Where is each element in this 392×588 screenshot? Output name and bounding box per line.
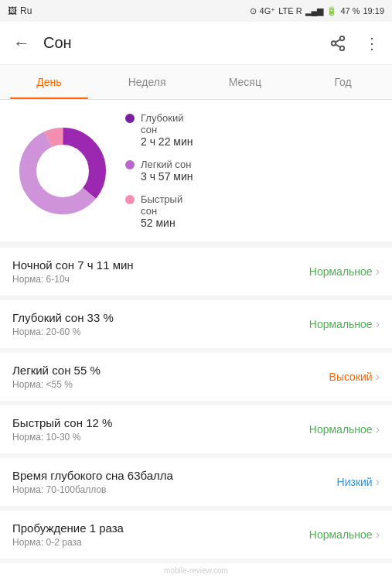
stats-list: Ночной сон 7 ч 11 мин Норма: 6-10ч Норма… <box>0 248 392 559</box>
tab-month[interactable]: Месяц <box>196 65 295 99</box>
light-sleep-label: Легкий сон <box>141 159 193 170</box>
status-carrier: 🖼 Ru <box>8 5 32 16</box>
donut-chart <box>12 121 113 221</box>
tab-day[interactable]: День <box>0 65 98 99</box>
share-icon <box>329 35 346 52</box>
stat-card-0[interactable]: Ночной сон 7 ч 11 мин Норма: 6-10ч Норма… <box>0 248 392 296</box>
stat-status-3: Нормальное <box>309 423 373 436</box>
stat-left-2: Легкий сон 55 % Норма: <55 % <box>12 364 101 390</box>
network-label: 4G⁺ <box>260 6 276 16</box>
chevron-icon-1: › <box>376 317 380 331</box>
stat-norm-0: Норма: 6-10ч <box>12 274 134 285</box>
stat-left-4: Время глубокого сна 63балла Норма: 70-10… <box>12 469 173 495</box>
page-title: Сон <box>43 34 324 52</box>
signal-icon: ▂▄▆ <box>305 6 324 16</box>
chevron-icon-4: › <box>376 475 380 489</box>
stat-title-5: Пробуждение 1 раза <box>12 521 124 535</box>
top-bar: ← Сон ⋮ <box>0 22 392 65</box>
svg-line-4 <box>336 39 340 42</box>
stat-status-5: Нормальное <box>309 528 373 541</box>
tab-day-label: День <box>36 76 61 88</box>
chevron-icon-0: › <box>376 265 380 279</box>
deep-sleep-text: Глубокийсон 2 ч 22 мин <box>141 112 193 148</box>
deep-sleep-label: Глубокийсон <box>141 112 193 135</box>
chart-legend: Глубокийсон 2 ч 22 мин Легкий сон 3 ч 57… <box>125 112 380 229</box>
stat-title-0: Ночной сон 7 ч 11 мин <box>12 258 134 272</box>
more-icon: ⋮ <box>364 34 380 53</box>
tab-bar: День Неделя Месяц Год <box>0 65 392 100</box>
light-sleep-text: Легкий сон 3 ч 57 мин <box>141 159 193 183</box>
more-button[interactable]: ⋮ <box>358 29 386 57</box>
back-button[interactable]: ← <box>6 28 37 59</box>
share-button[interactable] <box>324 29 352 57</box>
stat-norm-1: Норма: 20-60 % <box>12 326 114 337</box>
stat-right-4: Низкий › <box>337 475 380 489</box>
chevron-icon-5: › <box>376 528 380 542</box>
back-icon: ← <box>13 33 30 53</box>
stat-card-3[interactable]: Быстрый сон 12 % Норма: 10-30 % Нормальн… <box>0 405 392 453</box>
rem-sleep-label: Быстрыйсон <box>141 193 182 217</box>
stat-card-4[interactable]: Время глубокого сна 63балла Норма: 70-10… <box>0 458 392 506</box>
main-content: Глубокийсон 2 ч 22 мин Легкий сон 3 ч 57… <box>0 100 392 578</box>
stat-norm-5: Норма: 0-2 раза <box>12 537 124 548</box>
top-action-icons: ⋮ <box>324 29 386 57</box>
stat-card-2[interactable]: Легкий сон 55 % Норма: <55 % Высокий › <box>0 353 392 401</box>
tab-week[interactable]: Неделя <box>98 65 196 99</box>
light-sleep-value: 3 ч 57 мин <box>141 170 193 183</box>
stat-left-5: Пробуждение 1 раза Норма: 0-2 раза <box>12 521 124 548</box>
stat-status-1: Нормальное <box>309 318 373 330</box>
tab-month-label: Месяц <box>229 76 261 88</box>
time-label: 19:19 <box>363 6 384 15</box>
stat-title-3: Быстрый сон 12 % <box>12 416 112 429</box>
stat-norm-4: Норма: 70-100баллов <box>12 484 173 495</box>
stat-right-1: Нормальное › <box>309 317 380 331</box>
tab-week-label: Неделя <box>128 76 166 88</box>
stat-title-2: Легкий сон 55 % <box>12 364 101 377</box>
stat-right-0: Нормальное › <box>309 265 380 279</box>
stat-title-4: Время глубокого сна 63балла <box>12 469 173 482</box>
lte-label: LTE R <box>278 6 302 15</box>
deep-sleep-value: 2 ч 22 мин <box>141 135 193 148</box>
stat-left-3: Быстрый сон 12 % Норма: 10-30 % <box>12 416 112 443</box>
stat-right-3: Нормальное › <box>309 422 380 436</box>
stat-right-2: Высокий › <box>329 370 380 384</box>
legend-rem-sleep: Быстрыйсон 52 мин <box>125 193 380 229</box>
battery-label: 47 % <box>340 6 360 15</box>
rem-sleep-value: 52 мин <box>141 217 182 229</box>
stat-status-2: Высокий <box>329 371 373 383</box>
stat-norm-3: Норма: 10-30 % <box>12 432 112 443</box>
legend-deep-sleep: Глубокийсон 2 ч 22 мин <box>125 112 380 148</box>
stat-card-5[interactable]: Пробуждение 1 раза Норма: 0-2 раза Норма… <box>0 511 392 559</box>
carrier-label: Ru <box>20 5 32 16</box>
svg-point-9 <box>41 149 84 193</box>
legend-light-sleep: Легкий сон 3 ч 57 мин <box>125 159 380 183</box>
battery-icon: 🔋 <box>326 6 337 16</box>
status-right-icons: ⊙ 4G⁺ LTE R ▂▄▆ 🔋 47 % 19:19 <box>250 6 384 16</box>
chevron-icon-3: › <box>376 422 380 436</box>
tab-year[interactable]: Год <box>294 65 392 99</box>
rem-sleep-text: Быстрыйсон 52 мин <box>141 193 182 229</box>
chevron-icon-2: › <box>376 370 380 384</box>
stat-card-1[interactable]: Глубокий сон 33 % Норма: 20-60 % Нормаль… <box>0 300 392 348</box>
stat-title-1: Глубокий сон 33 % <box>12 311 114 324</box>
stat-norm-2: Норма: <55 % <box>12 379 101 390</box>
status-bar: 🖼 Ru ⊙ 4G⁺ LTE R ▂▄▆ 🔋 47 % 19:19 <box>0 0 392 22</box>
svg-line-3 <box>336 44 340 47</box>
chart-section: Глубокийсон 2 ч 22 мин Легкий сон 3 ч 57… <box>0 100 392 241</box>
light-sleep-dot <box>125 160 135 169</box>
stat-left-1: Глубокий сон 33 % Норма: 20-60 % <box>12 311 114 337</box>
network-icon: ⊙ <box>250 6 257 16</box>
stat-status-4: Низкий <box>337 476 373 488</box>
stat-status-0: Нормальное <box>309 265 373 278</box>
rem-sleep-dot <box>125 195 135 204</box>
stat-left-0: Ночной сон 7 ч 11 мин Норма: 6-10ч <box>12 258 134 285</box>
deep-sleep-dot <box>125 114 135 123</box>
watermark: mobile-review.com <box>0 563 392 578</box>
tab-year-label: Год <box>334 76 351 88</box>
stat-right-5: Нормальное › <box>309 528 380 542</box>
